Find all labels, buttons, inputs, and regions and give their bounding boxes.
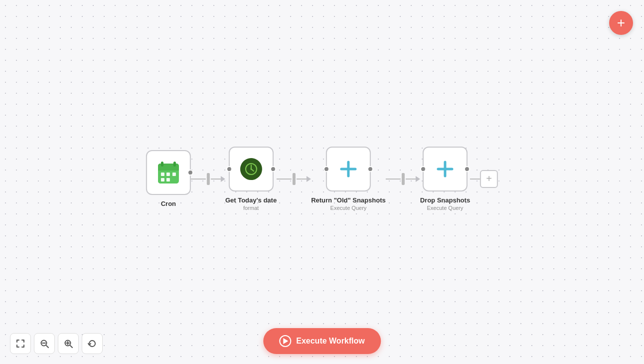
connector-2 <box>277 157 311 201</box>
clock-icon <box>240 158 262 180</box>
line-1a <box>191 179 206 180</box>
node-drop-snapshots-sublabel: Execute Query <box>427 205 464 211</box>
zoom-out-button[interactable] <box>34 333 55 354</box>
line-3a <box>386 179 401 180</box>
get-date-input-port <box>226 166 232 172</box>
zoom-in-button[interactable] <box>58 333 79 354</box>
node-cron-label: Cron <box>161 200 176 207</box>
connector-1 <box>191 157 225 201</box>
execute-workflow-button[interactable]: Execute Workflow <box>263 328 381 354</box>
arrow-1 <box>221 176 225 182</box>
workflow-area: Cron <box>146 147 498 211</box>
vbar-3 <box>402 173 405 185</box>
drop-snapshots-plus-icon <box>434 158 456 180</box>
svg-point-14 <box>250 169 252 170</box>
svg-line-23 <box>70 346 72 348</box>
vbar-2 <box>293 173 296 185</box>
execute-play-icon <box>279 335 291 347</box>
node-row: Cron <box>146 147 498 211</box>
reset-view-button[interactable] <box>82 333 103 354</box>
reset-icon <box>88 339 97 348</box>
arrow-2 <box>307 176 311 182</box>
svg-rect-4 <box>173 162 176 167</box>
zoom-out-icon <box>40 339 49 348</box>
add-node-end-button[interactable]: + <box>480 170 498 188</box>
cron-calendar-icon <box>158 162 179 183</box>
fit-icon <box>16 339 25 348</box>
plus-svg-1 <box>338 159 358 179</box>
node-get-date-sublabel: format <box>243 205 259 211</box>
drop-snapshots-input-port <box>420 166 426 172</box>
connector-4 <box>470 157 480 201</box>
node-drop-snapshots-box[interactable] <box>423 147 468 191</box>
vbar-1 <box>207 173 210 185</box>
plus-svg-2 <box>435 159 455 179</box>
play-triangle <box>283 338 288 344</box>
drop-snapshots-output-port <box>464 166 470 172</box>
node-return-snapshots-sublabel: Execute Query <box>330 205 367 211</box>
node-drop-snapshots-label: Drop Snapshots <box>420 196 470 204</box>
svg-rect-6 <box>166 173 170 176</box>
return-snapshots-input-port <box>323 166 329 172</box>
execute-workflow-label: Execute Workflow <box>296 337 365 346</box>
return-snapshots-output-port <box>367 166 373 172</box>
get-date-output-port <box>270 166 276 172</box>
svg-rect-8 <box>161 178 164 182</box>
node-return-snapshots-label: Return "Old" Snapshots <box>311 196 386 204</box>
zoom-in-icon <box>64 339 73 348</box>
line-3b <box>406 179 416 180</box>
line-2b <box>297 179 307 180</box>
bottom-toolbar <box>10 333 103 354</box>
cron-output-port <box>187 170 193 176</box>
node-return-snapshots-box[interactable] <box>326 147 371 191</box>
node-drop-snapshots[interactable]: Drop Snapshots Execute Query <box>420 147 470 211</box>
svg-rect-7 <box>172 173 176 176</box>
plus-icon: + <box>617 16 625 30</box>
node-cron[interactable]: Cron <box>146 150 191 207</box>
svg-rect-5 <box>161 173 164 176</box>
svg-rect-3 <box>161 162 163 167</box>
node-cron-box[interactable] <box>146 150 191 195</box>
add-node-top-button[interactable]: + <box>609 11 633 35</box>
add-node-plus-icon: + <box>486 173 492 184</box>
return-snapshots-plus-icon <box>337 158 359 180</box>
clock-svg <box>244 162 259 177</box>
connector-3 <box>386 157 420 201</box>
line-1b <box>211 179 221 180</box>
arrow-3 <box>416 176 420 182</box>
svg-rect-2 <box>158 168 179 171</box>
line-4a <box>470 179 480 180</box>
node-get-date[interactable]: Get Today's date format <box>225 147 277 211</box>
node-get-date-box[interactable] <box>229 147 274 191</box>
svg-rect-9 <box>166 178 170 182</box>
line-2a <box>277 179 292 180</box>
node-get-date-label: Get Today's date <box>225 196 277 204</box>
svg-line-20 <box>46 346 48 348</box>
fit-view-button[interactable] <box>10 333 31 354</box>
node-return-snapshots[interactable]: Return "Old" Snapshots Execute Query <box>311 147 386 211</box>
